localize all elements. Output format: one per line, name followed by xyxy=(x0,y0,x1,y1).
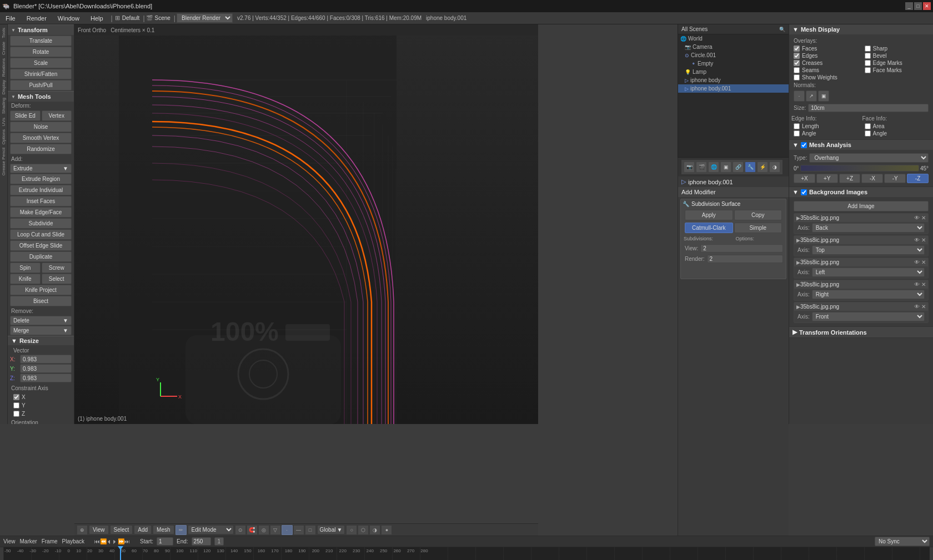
simple-btn[interactable]: Simple xyxy=(734,223,782,233)
bisect-button[interactable]: Bisect xyxy=(10,296,72,306)
current-frame-input[interactable]: 1 xyxy=(214,537,224,546)
bg-close-3[interactable]: ✕ xyxy=(921,281,926,287)
strip-tools[interactable]: Tools xyxy=(1,27,7,39)
bg-axis-select-1[interactable]: TopBackFrontLeftRightBottom xyxy=(812,245,925,255)
type-select[interactable]: Overhang Thickness Intersect Distortion … xyxy=(809,153,929,163)
timeline-marker-btn[interactable]: Marker xyxy=(20,538,37,544)
mode-dropdown[interactable]: Edit Mode Object Mode xyxy=(188,525,234,534)
prop-icon-data[interactable]: ⚡ xyxy=(757,162,768,173)
bg-axis-select-2[interactable]: LeftBackTopFrontRightBottom xyxy=(812,268,925,277)
vertex-button[interactable]: Vertex xyxy=(42,110,72,121)
add-modifier-header[interactable]: Add Modifier xyxy=(678,187,789,197)
smooth-vertex-button[interactable]: Smooth Vertex xyxy=(10,133,72,143)
prop-icon-world[interactable]: 🌐 xyxy=(708,162,719,173)
select-mode-face[interactable]: □ xyxy=(305,525,316,535)
rotate-button[interactable]: Rotate xyxy=(10,47,72,57)
randomize-button[interactable]: Randomize xyxy=(10,144,72,154)
snap-icon[interactable]: 🧲 xyxy=(247,525,258,535)
solid-shading-icon[interactable]: ○ xyxy=(346,525,357,535)
copy-button[interactable]: Copy xyxy=(734,210,782,220)
outliner-lamp[interactable]: 💡 Lamp xyxy=(678,68,789,76)
outliner-camera[interactable]: 📷 Camera xyxy=(678,43,789,51)
axis-plus-x[interactable]: +X xyxy=(794,174,815,183)
delete-dropdown[interactable]: Delete ▼ xyxy=(10,316,72,325)
strip-grease-pencil[interactable]: Grease Pencil xyxy=(1,147,7,176)
bg-image-header-3[interactable]: ▶ 35bs8ic.jpg.png 👁 ✕ xyxy=(794,280,928,289)
select-mode-vert[interactable]: · xyxy=(282,525,293,535)
prop-icon-camera[interactable]: 📷 xyxy=(684,162,695,173)
bevel-checkbox[interactable] xyxy=(865,53,871,59)
outliner-search-icon[interactable]: 🔍 xyxy=(779,27,785,32)
subdivide-button[interactable]: Subdivide xyxy=(10,218,72,229)
strip-relations[interactable]: Relations xyxy=(1,57,7,78)
select-menu-btn[interactable]: Select xyxy=(110,525,133,534)
prop-icon-render[interactable]: 🎬 xyxy=(696,162,707,173)
bg-visibility-4[interactable]: 👁 xyxy=(914,304,920,310)
bg-image-header-4[interactable]: ▶ 35bs8ic.jpg.png 👁 ✕ xyxy=(794,302,928,311)
menu-file[interactable]: File xyxy=(0,14,21,23)
show-weights-checkbox[interactable] xyxy=(794,74,800,80)
extrude-individual-button[interactable]: Extrude Individual xyxy=(10,185,72,195)
resize-section-header[interactable]: ▼ Resize xyxy=(8,336,74,345)
y-axis-checkbox[interactable] xyxy=(13,402,19,408)
bg-close-2[interactable]: ✕ xyxy=(921,259,926,265)
apply-button[interactable]: Apply xyxy=(685,210,733,220)
x-value[interactable]: 0.983 xyxy=(20,355,72,364)
outliner-circle001[interactable]: ⊙ Circle.001 xyxy=(678,51,789,59)
wire-shading-icon[interactable]: ⬡ xyxy=(358,525,369,535)
prop-icon-object[interactable]: ▣ xyxy=(720,162,731,173)
pivot-icon[interactable]: ⊙ xyxy=(235,525,246,535)
merge-dropdown[interactable]: Merge ▼ xyxy=(10,326,72,335)
close-button[interactable]: ✕ xyxy=(923,2,931,10)
loop-cut-button[interactable]: Loop Cut and Slide xyxy=(10,229,72,240)
face-area-checkbox[interactable] xyxy=(865,123,871,129)
strip-create[interactable]: Create xyxy=(1,41,7,56)
push-pull-button[interactable]: Push/Pull xyxy=(10,80,72,90)
face-angle-checkbox[interactable] xyxy=(865,130,871,137)
transform-orientation-dropdown[interactable]: Global ▼ xyxy=(317,525,345,534)
outliner-empty[interactable]: ⚬ Empty xyxy=(678,59,789,68)
proportional-icon[interactable]: ◎ xyxy=(258,525,269,535)
maximize-button[interactable]: □ xyxy=(914,2,922,10)
extrude-dropdown[interactable]: Extrude ▼ xyxy=(10,164,72,173)
prop-icon-materials[interactable]: ◑ xyxy=(769,162,780,173)
mesh-menu-btn[interactable]: Mesh xyxy=(153,525,174,534)
view-menu-btn[interactable]: View xyxy=(89,525,109,534)
falloff-icon[interactable]: ▽ xyxy=(270,525,281,535)
scale-button[interactable]: Scale xyxy=(10,58,72,68)
noise-button[interactable]: Noise xyxy=(10,122,72,132)
bg-close-4[interactable]: ✕ xyxy=(921,304,926,310)
transform-section-header[interactable]: ▼ Transform xyxy=(8,24,74,35)
edges-checkbox[interactable] xyxy=(794,53,800,59)
normals-size-input[interactable] xyxy=(808,104,929,112)
strip-display[interactable]: Display xyxy=(1,79,7,95)
bg-axis-select-0[interactable]: BackFrontLeftRightTopBottom xyxy=(812,223,925,233)
outliner-world[interactable]: 🌐 World xyxy=(678,34,789,43)
background-images-header[interactable]: ▼ Background Images xyxy=(789,187,933,197)
inset-faces-button[interactable]: Inset Faces xyxy=(10,196,72,206)
offset-edge-slide-button[interactable]: Offset Edge Slide xyxy=(10,240,72,251)
bg-image-header-0[interactable]: ▶ 35bs8ic.jpg.png 👁 ✕ xyxy=(794,214,928,222)
add-menu-btn[interactable]: Add xyxy=(134,525,152,534)
y-value[interactable]: 0.983 xyxy=(20,364,72,373)
render-subdiv-input[interactable] xyxy=(707,255,783,263)
spin-button[interactable]: Spin xyxy=(10,263,41,273)
timeline-playback-btn[interactable]: Playback xyxy=(62,538,85,544)
minimize-button[interactable]: _ xyxy=(905,2,913,10)
slide-edge-button[interactable]: Slide Ed xyxy=(10,110,41,121)
mesh-analysis-header[interactable]: ▼ Mesh Analysis xyxy=(789,140,933,150)
global-view-icon[interactable]: ⊕ xyxy=(77,525,88,535)
seams-checkbox[interactable] xyxy=(794,67,800,73)
knife-button[interactable]: Knife xyxy=(10,274,41,284)
start-frame-input[interactable] xyxy=(157,537,173,546)
rendered-shading-icon[interactable]: ● xyxy=(381,525,392,535)
prop-icon-constraints[interactable]: 🔗 xyxy=(733,162,744,173)
timeline-play-icon[interactable]: ⏮⏪⏴⏵⏩⏭ xyxy=(94,538,130,544)
axis-minus-y[interactable]: -Y xyxy=(884,174,906,183)
creases-checkbox[interactable] xyxy=(794,60,800,66)
axis-plus-y[interactable]: +Y xyxy=(816,174,838,183)
bg-close-0[interactable]: ✕ xyxy=(921,215,926,221)
z-axis-checkbox[interactable] xyxy=(13,411,19,417)
duplicate-button[interactable]: Duplicate xyxy=(10,251,72,262)
add-image-button[interactable]: Add Image xyxy=(794,201,929,211)
